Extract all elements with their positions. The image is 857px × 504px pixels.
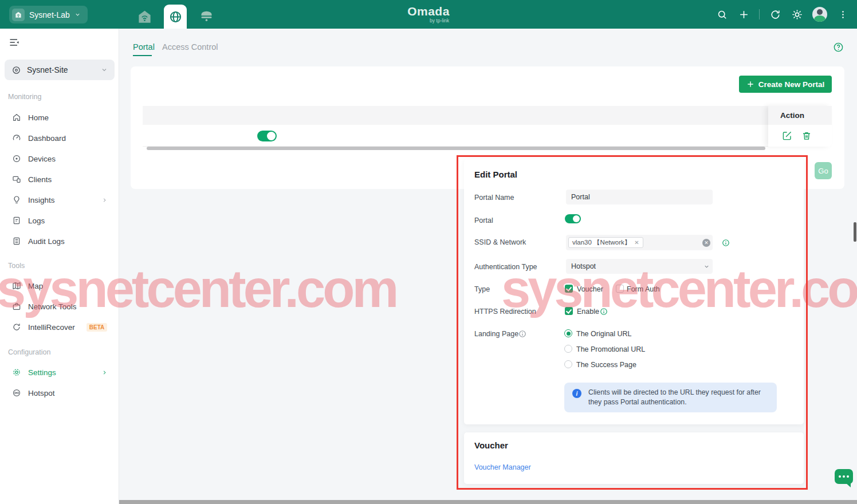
nav-sites-button[interactable] — [133, 5, 156, 29]
chevron-right-icon — [101, 197, 108, 203]
sidebar-item-label: Dashboard — [28, 134, 66, 143]
sidebar-item-map[interactable]: Map — [5, 277, 115, 294]
voucher-checkbox[interactable] — [565, 285, 573, 293]
sidebar-item-settings[interactable]: Settings — [5, 364, 115, 381]
nav-camera-button[interactable] — [195, 5, 218, 29]
success-page-radio[interactable] — [564, 360, 572, 368]
authentication-type-select[interactable]: Hotspot — [566, 259, 713, 274]
portal-name-input[interactable]: Portal — [566, 190, 713, 204]
sidebar-item-label: Insights — [28, 196, 95, 204]
edit-portal-title: Edit Portal — [474, 170, 517, 179]
refresh-icon — [770, 9, 781, 20]
omada-controller-app: Sysnet-Lab Omada by tp-link — [0, 0, 857, 504]
sidebar-item-dashboard[interactable]: Dashboard — [5, 129, 115, 147]
sidebar-item-devices[interactable]: Devices — [5, 150, 115, 167]
section-label-monitoring: Monitoring — [8, 93, 41, 101]
chat-dot — [847, 475, 849, 478]
horizontal-scrollbar[interactable] — [119, 500, 857, 504]
edit-portal-button[interactable] — [782, 131, 792, 141]
type-label: Type — [474, 285, 490, 293]
sidebar: Sysnet-Site Monitoring Home Dashboard De… — [0, 29, 119, 504]
chat-dot — [839, 475, 841, 478]
site-name-selector[interactable]: Sysnet-Site — [5, 60, 115, 80]
create-new-portal-label: Create New Portal — [758, 80, 825, 89]
sidebar-item-label: Clients — [28, 175, 52, 184]
refresh-button[interactable] — [769, 8, 781, 21]
clear-field-icon[interactable]: ✕ — [702, 239, 710, 247]
home-icon — [11, 113, 21, 123]
device-circle-icon — [11, 154, 21, 164]
lightbulb-icon — [11, 195, 21, 205]
portal-enable-toggle[interactable] — [565, 214, 581, 223]
sidebar-item-audit-logs[interactable]: Audit Logs — [5, 233, 115, 250]
landing-page-info-icon[interactable] — [518, 330, 526, 338]
search-icon — [717, 9, 728, 20]
gauge-icon — [11, 133, 21, 143]
delete-portal-button[interactable] — [801, 131, 812, 141]
tab-portal[interactable]: Portal — [133, 42, 155, 52]
nav-network-button[interactable] — [164, 5, 187, 29]
chat-bubble-button[interactable] — [835, 469, 853, 484]
sidebar-item-intellirecover[interactable]: IntelliRecover BETA — [5, 318, 115, 336]
voucher-section-title: Voucher — [474, 440, 508, 450]
promotional-url-label: The Promotional URL — [576, 345, 645, 353]
tab-access-control[interactable]: Access Control — [162, 42, 218, 52]
theme-button[interactable] — [791, 8, 803, 21]
ssid-network-label: SSID & Network — [474, 238, 526, 246]
row-enabled-toggle[interactable] — [257, 131, 277, 141]
more-menu-button[interactable] — [836, 8, 849, 21]
sidebar-item-label: Home — [28, 113, 49, 122]
add-button[interactable] — [737, 8, 750, 21]
home-wifi-icon — [12, 9, 25, 21]
site-name-label: Sysnet-Site — [27, 65, 68, 74]
voucher-manager-link[interactable]: Voucher Manager — [474, 463, 531, 471]
sidebar-item-insights[interactable]: Insights — [5, 191, 115, 208]
search-button[interactable] — [716, 8, 728, 21]
https-info-icon[interactable] — [600, 308, 608, 316]
beta-badge: BETA — [87, 323, 107, 332]
sidebar-collapse-button[interactable] — [8, 37, 21, 48]
user-avatar[interactable] — [812, 7, 827, 22]
edit-icon — [782, 131, 792, 141]
vertical-scrollbar-thumb[interactable] — [854, 222, 856, 242]
plus-icon — [746, 80, 754, 88]
sidebar-item-logs[interactable]: Logs — [5, 212, 115, 229]
go-button[interactable]: Go — [815, 162, 832, 179]
create-new-portal-button[interactable]: Create New Portal — [739, 76, 832, 93]
original-url-radio[interactable] — [564, 329, 572, 337]
site-location-icon — [11, 65, 21, 75]
chat-dot — [843, 475, 845, 478]
sidebar-item-label: Devices — [28, 155, 56, 163]
clients-devices-icon — [11, 175, 21, 184]
chevron-down-icon — [74, 11, 81, 18]
sidebar-item-label: Map — [28, 282, 43, 290]
toolbox-icon — [11, 302, 21, 312]
gear-icon — [11, 368, 21, 377]
ssid-info-icon[interactable] — [722, 239, 730, 247]
section-label-tools: Tools — [8, 262, 25, 270]
table-row — [143, 125, 768, 147]
chevron-down-icon — [101, 66, 108, 73]
help-button[interactable] — [833, 42, 844, 53]
ssid-network-tag: vlan30 【Network】 ✕ — [568, 237, 643, 248]
sidebar-item-clients[interactable]: Clients — [5, 171, 115, 188]
sidebar-item-home[interactable]: Home — [5, 109, 115, 126]
ssid-network-input[interactable]: vlan30 【Network】 ✕ — [566, 235, 713, 250]
remove-tag-icon[interactable]: ✕ — [634, 239, 639, 246]
form-auth-checkbox[interactable] — [616, 285, 624, 293]
sidebar-item-network-tools[interactable]: Network Tools — [5, 298, 115, 315]
map-icon — [11, 281, 21, 291]
sidebar-item-hotspot[interactable]: Hotspot — [5, 384, 115, 401]
landing-page-label: Landing Page — [474, 330, 518, 338]
question-circle-icon — [833, 42, 844, 53]
info-circle-icon: i — [572, 389, 581, 398]
site-selector[interactable]: Sysnet-Lab — [9, 6, 88, 23]
https-enable-label: Enable — [577, 308, 599, 316]
https-enable-checkbox[interactable] — [565, 307, 573, 315]
table-horizontal-scrollbar[interactable] — [147, 147, 765, 150]
promotional-url-radio[interactable] — [564, 345, 572, 353]
toolbar-divider — [759, 9, 760, 19]
ssid-network-tag-label: vlan30 【Network】 — [572, 238, 631, 247]
top-navigation — [133, 0, 226, 29]
portal-toggle-label: Portal — [474, 216, 493, 225]
